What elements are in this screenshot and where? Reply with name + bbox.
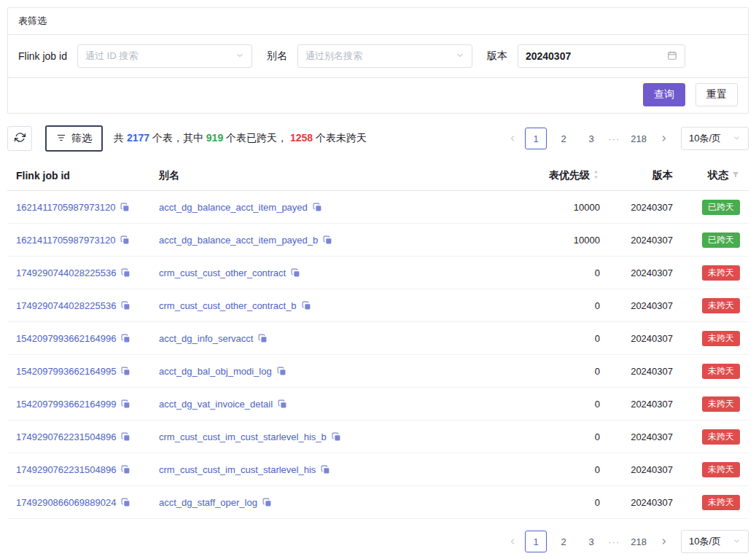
alias-cell: acct_dg_balance_acct_item_payed: [159, 202, 491, 213]
version-label: 版本: [487, 50, 507, 63]
alias-link[interactable]: crm_cust_cust_other_contract_b: [159, 300, 297, 311]
flink-job-id-cell: 1749290744028225536: [16, 300, 159, 311]
table-row: 1749290762231504896 crm_cust_cust_im_cus…: [7, 453, 749, 486]
chevron-down-icon: [733, 133, 741, 144]
copy-icon[interactable]: [121, 334, 130, 343]
alias-link[interactable]: acct_dg_bal_obj_modi_log: [159, 366, 272, 377]
next-page-button[interactable]: [655, 128, 674, 149]
copy-icon[interactable]: [321, 465, 330, 474]
table-row: 1621411705987973120 acct_dg_balance_acct…: [7, 191, 749, 224]
alias-link[interactable]: crm_cust_cust_im_cust_starlevel_his_b: [159, 431, 327, 442]
column-header-priority[interactable]: 表优先级: [491, 169, 600, 182]
sort-icon[interactable]: [592, 169, 600, 182]
flink-job-id-link[interactable]: 1749290762231504896: [16, 464, 116, 475]
alias-link[interactable]: acct_dg_balance_acct_item_payed_b: [159, 235, 318, 246]
copy-icon[interactable]: [277, 367, 287, 376]
copy-icon[interactable]: [121, 498, 130, 507]
copy-icon[interactable]: [291, 268, 300, 278]
chevron-right-icon: [660, 537, 669, 546]
alias-link[interactable]: crm_cust_cust_im_cust_starlevel_his: [159, 464, 316, 475]
flink-job-id-link[interactable]: 1621411705987973120: [16, 202, 115, 213]
page-size-label: 10条/页: [689, 535, 721, 548]
copy-icon[interactable]: [302, 301, 311, 310]
alias-cell: acct_dg_balance_acct_item_payed_b: [159, 235, 491, 246]
table-row: 1749290744028225536 crm_cust_cust_other_…: [7, 289, 749, 322]
calendar-icon: [667, 50, 677, 63]
status-cell: 未跨天: [673, 364, 740, 379]
copy-icon[interactable]: [121, 367, 130, 376]
alias-select[interactable]: 通过别名搜索: [297, 44, 472, 68]
copy-icon[interactable]: [278, 399, 287, 409]
status-cell: 未跨天: [673, 265, 740, 281]
version-date-input[interactable]: 20240307: [518, 44, 685, 68]
prev-page-button[interactable]: [503, 128, 522, 149]
alias-link[interactable]: crm_cust_cust_other_contract: [159, 267, 286, 278]
status-badge: 未跨天: [702, 265, 740, 281]
copy-icon[interactable]: [313, 203, 322, 212]
flink-job-id-link[interactable]: 1621411705987973120: [16, 235, 115, 246]
copy-icon[interactable]: [258, 334, 268, 343]
copy-icon[interactable]: [332, 432, 341, 442]
next-page-button[interactable]: [655, 531, 674, 552]
copy-icon[interactable]: [121, 301, 130, 310]
flink-job-id-link[interactable]: 1542097993662164995: [16, 366, 116, 377]
copy-icon[interactable]: [323, 235, 332, 245]
alias-link[interactable]: acct_dg_vat_invoice_detail: [159, 399, 273, 410]
flink-job-id-select[interactable]: 通过 ID 搜索: [77, 44, 252, 68]
version-cell: 20240307: [600, 235, 673, 246]
table-row: 1749290744028225536 crm_cust_cust_other_…: [7, 257, 749, 289]
flink-job-id-cell: 1621411705987973120: [16, 235, 159, 246]
status-cell: 已跨天: [673, 232, 740, 248]
prev-page-button[interactable]: [503, 531, 522, 552]
table-row: 1749290762231504896 crm_cust_cust_im_cus…: [7, 421, 749, 453]
filter-button[interactable]: 筛选: [45, 125, 103, 152]
flink-job-id-placeholder: 通过 ID 搜索: [85, 50, 138, 63]
flink-job-id-link[interactable]: 1542097993662164999: [16, 399, 116, 410]
flink-job-id-link[interactable]: 1542097993662164996: [16, 333, 116, 344]
page-button-3[interactable]: 3: [580, 531, 602, 552]
copy-icon[interactable]: [121, 432, 130, 442]
alias-link[interactable]: acct_dg_info_servacct: [159, 333, 253, 344]
page-size-select[interactable]: 10条/页: [681, 127, 749, 150]
filter-funnel-icon[interactable]: [731, 170, 740, 181]
page-ellipsis[interactable]: ···: [605, 536, 623, 547]
page-button-2[interactable]: 2: [553, 531, 574, 552]
page-button-2[interactable]: 2: [553, 128, 574, 149]
filter-panel-title: 表筛选: [8, 8, 748, 35]
page-button-3[interactable]: 3: [580, 128, 602, 149]
priority-cell: 0: [491, 300, 600, 311]
page-ellipsis[interactable]: ···: [605, 133, 623, 144]
crossed-count: 919: [206, 132, 223, 144]
table-row: 1542097993662164999 acct_dg_vat_invoice_…: [7, 388, 749, 421]
page-size-select[interactable]: 10条/页: [681, 530, 749, 553]
alias-cell: acct_dg_vat_invoice_detail: [159, 399, 491, 410]
flink-job-id-link[interactable]: 1749290744028225536: [16, 300, 116, 311]
priority-cell: 10000: [491, 202, 600, 213]
alias-link[interactable]: acct_dg_staff_oper_log: [159, 497, 257, 508]
copy-icon[interactable]: [262, 498, 272, 507]
page-button-1[interactable]: 1: [525, 531, 547, 552]
version-date-value: 20240307: [526, 50, 571, 62]
version-cell: 20240307: [600, 431, 673, 442]
priority-cell: 0: [491, 267, 600, 278]
flink-job-id-cell: 1542097993662164995: [16, 366, 159, 377]
page-button-last[interactable]: 218: [626, 531, 652, 552]
copy-icon[interactable]: [121, 399, 130, 409]
summary-text: 个表未跨天: [313, 132, 367, 144]
copy-icon[interactable]: [120, 203, 130, 212]
alias-link[interactable]: acct_dg_balance_acct_item_payed: [159, 202, 308, 213]
flink-job-id-link[interactable]: 1749290762231504896: [16, 431, 116, 442]
copy-icon[interactable]: [121, 268, 130, 278]
refresh-button[interactable]: [7, 126, 32, 151]
page-button-1[interactable]: 1: [525, 128, 547, 149]
reset-button[interactable]: 重置: [695, 83, 738, 106]
chevron-down-icon: [235, 50, 244, 62]
page-button-last[interactable]: 218: [626, 128, 652, 149]
flink-job-id-link[interactable]: 1749290744028225536: [16, 267, 116, 278]
copy-icon[interactable]: [120, 235, 130, 245]
query-button[interactable]: 查询: [643, 83, 685, 106]
copy-icon[interactable]: [121, 465, 130, 474]
flink-job-id-link[interactable]: 1749290866069889024: [16, 497, 116, 508]
flink-job-id-cell: 1749290744028225536: [16, 267, 159, 278]
version-cell: 20240307: [600, 333, 673, 344]
